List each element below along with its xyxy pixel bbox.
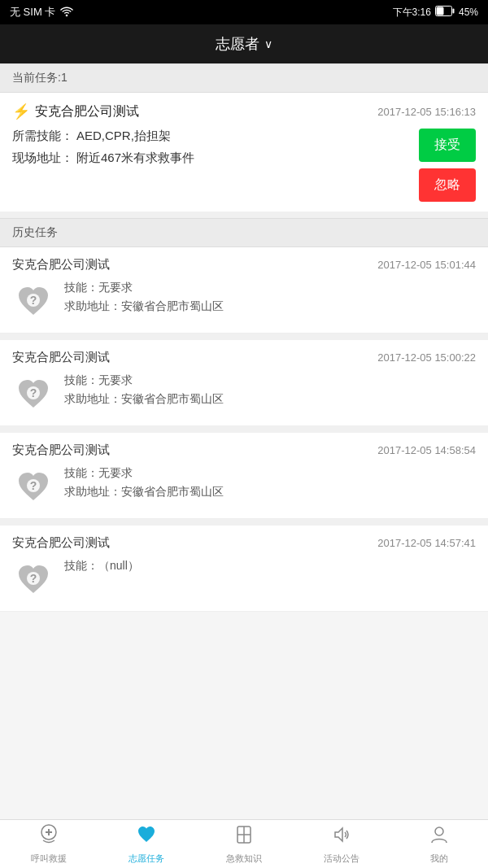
history-skills-0: 技能：无要求	[64, 281, 476, 295]
content-area: 当前任务:1 ⚡ 安克合肥公司测试 2017-12-05 15:16:13 所需…	[0, 63, 488, 665]
nav-chevron-icon[interactable]: ∨	[264, 37, 272, 50]
ignore-button[interactable]: 忽略	[419, 168, 476, 202]
status-right: 下午3:16 45%	[393, 6, 478, 20]
history-task-item-0: 安克合肥公司测试 2017-12-05 15:01:44 ? 技能：无要求 求助…	[0, 247, 488, 334]
history-location-1: 求助地址：安徽省合肥市蜀山区	[64, 392, 476, 407]
history-skills-1: 技能：无要求	[64, 373, 476, 388]
nav-title-text: 志愿者	[216, 34, 259, 54]
heart-icon-1: ?	[12, 373, 54, 416]
divider-3	[0, 426, 488, 433]
tab-announcement-label: 活动公告	[324, 853, 359, 865]
history-section-header: 历史任务	[0, 218, 488, 247]
tab-mine[interactable]: 我的	[390, 824, 488, 865]
nav-title: 志愿者 ∨	[216, 34, 272, 54]
history-task-body-1: ? 技能：无要求 求助地址：安徽省合肥市蜀山区	[12, 373, 476, 416]
status-bar: 无 SIM 卡 下午3:16 45%	[0, 0, 488, 24]
announcement-icon	[331, 824, 352, 850]
history-task-item-3: 安克合肥公司测试 2017-12-05 14:57:41 ? 技能：（null）	[0, 526, 488, 612]
tab-volunteer[interactable]: 志愿任务	[98, 824, 195, 865]
location-value: 附近467米有求救事件	[76, 150, 194, 166]
battery-percent: 45%	[459, 7, 478, 18]
svg-text:?: ?	[30, 479, 37, 492]
volunteer-icon	[136, 824, 157, 850]
divider-1	[0, 212, 488, 218]
current-task-name: 安克合肥公司测试	[35, 103, 139, 120]
knowledge-icon	[233, 824, 255, 850]
history-task-header-0: 安克合肥公司测试 2017-12-05 15:01:44	[12, 257, 476, 273]
history-task-time-2: 2017-12-05 14:58:54	[377, 444, 476, 456]
history-section-label: 历史任务	[12, 225, 58, 238]
carrier-text: 无 SIM 卡	[10, 5, 55, 20]
tab-mine-label: 我的	[430, 853, 448, 865]
current-task-card: ⚡ 安克合肥公司测试 2017-12-05 15:16:13 所需技能： AED…	[0, 93, 488, 212]
location-row: 现场地址： 附近467米有求救事件	[12, 150, 409, 166]
current-task-section-label: 当前任务:1	[12, 71, 68, 84]
history-skills-3: 技能：（null）	[64, 559, 476, 574]
nav-bar: 志愿者 ∨	[0, 24, 488, 63]
svg-rect-3	[436, 7, 443, 15]
wifi-icon	[60, 6, 73, 20]
heart-icon-0: ?	[12, 281, 54, 323]
current-task-section-header: 当前任务:1	[0, 63, 488, 93]
history-task-time-3: 2017-12-05 14:57:41	[377, 537, 476, 549]
call-icon	[38, 824, 59, 850]
current-task-title-left: ⚡ 安克合肥公司测试	[12, 103, 139, 120]
tab-announcement[interactable]: 活动公告	[293, 824, 390, 865]
skills-value: AED,CPR,抬担架	[76, 129, 171, 144]
history-task-time-1: 2017-12-05 15:00:22	[377, 351, 476, 364]
divider-2	[0, 334, 488, 340]
svg-text:?: ?	[30, 386, 37, 399]
history-task-details-2: 技能：无要求 求助地址：安徽省合肥市蜀山区	[64, 466, 476, 499]
history-task-name-2: 安克合肥公司测试	[12, 443, 110, 458]
lightning-icon: ⚡	[12, 103, 30, 120]
history-task-body-3: ? 技能：（null）	[12, 559, 476, 601]
history-skills-2: 技能：无要求	[64, 466, 476, 481]
time-text: 下午3:16	[393, 6, 431, 20]
status-left: 无 SIM 卡	[10, 5, 73, 20]
svg-rect-2	[452, 9, 454, 14]
heart-icon-2: ?	[12, 466, 54, 508]
tab-call-label: 呼叫救援	[31, 853, 67, 865]
current-task-title-row: ⚡ 安克合肥公司测试 2017-12-05 15:16:13	[12, 103, 476, 120]
history-task-time-0: 2017-12-05 15:01:44	[377, 259, 476, 271]
battery-icon	[435, 6, 455, 19]
history-task-header-2: 安克合肥公司测试 2017-12-05 14:58:54	[12, 443, 476, 458]
svg-point-18	[435, 827, 443, 835]
current-task-timestamp: 2017-12-05 15:16:13	[377, 106, 476, 118]
history-task-details-0: 技能：无要求 求助地址：安徽省合肥市蜀山区	[64, 281, 476, 314]
tab-call[interactable]: 呼叫救援	[0, 824, 98, 865]
location-label: 现场地址：	[12, 150, 73, 166]
tab-volunteer-label: 志愿任务	[129, 853, 164, 865]
mine-icon	[429, 824, 450, 850]
tab-knowledge-label: 急救知识	[226, 853, 262, 865]
history-location-0: 求助地址：安徽省合肥市蜀山区	[64, 299, 476, 314]
history-task-body-2: ? 技能：无要求 求助地址：安徽省合肥市蜀山区	[12, 466, 476, 508]
svg-text:?: ?	[30, 572, 37, 585]
history-task-details-3: 技能：（null）	[64, 559, 476, 578]
svg-point-0	[66, 14, 68, 16]
history-task-header-3: 安克合肥公司测试 2017-12-05 14:57:41	[12, 535, 476, 551]
skills-label: 所需技能：	[12, 129, 73, 144]
history-task-name-1: 安克合肥公司测试	[12, 350, 110, 365]
history-location-2: 求助地址：安徽省合肥市蜀山区	[64, 485, 476, 499]
svg-text:?: ?	[30, 294, 37, 307]
history-task-body-0: ? 技能：无要求 求助地址：安徽省合肥市蜀山区	[12, 281, 476, 323]
tab-bar: 呼叫救援 志愿任务 急救知识 活动公告	[0, 819, 488, 868]
heart-icon-3: ?	[12, 559, 54, 601]
history-task-name-3: 安克合肥公司测试	[12, 535, 110, 551]
history-task-details-1: 技能：无要求 求助地址：安徽省合肥市蜀山区	[64, 373, 476, 407]
skills-row: 所需技能： AED,CPR,抬担架	[12, 129, 409, 144]
history-task-header-1: 安克合肥公司测试 2017-12-05 15:00:22	[12, 350, 476, 365]
accept-button[interactable]: 接受	[419, 129, 476, 162]
history-task-name-0: 安克合肥公司测试	[12, 257, 110, 273]
history-task-item-1: 安克合肥公司测试 2017-12-05 15:00:22 ? 技能：无要求 求助…	[0, 340, 488, 426]
divider-4	[0, 519, 488, 526]
history-task-item-2: 安克合肥公司测试 2017-12-05 14:58:54 ? 技能：无要求 求助…	[0, 433, 488, 519]
tab-knowledge[interactable]: 急救知识	[195, 824, 293, 865]
